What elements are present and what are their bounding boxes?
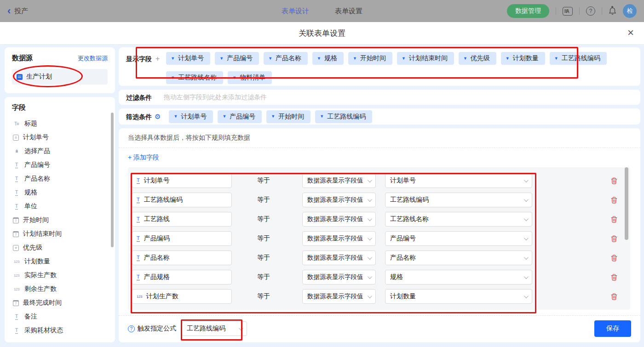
page-title: 关联表单设置 [299,28,345,39]
delete-icon[interactable] [611,255,617,262]
gear-icon[interactable]: ⚙ [155,113,161,120]
delete-icon[interactable] [611,197,617,204]
field-item[interactable]: 标题 [12,117,108,131]
delete-icon[interactable] [611,216,617,223]
text-icon [137,177,140,183]
add-field-link[interactable]: + 添加字段 [128,154,159,162]
delete-icon[interactable] [611,274,617,281]
source-type-select[interactable]: 数据源表显示字段值 [302,270,376,284]
rule-field-input[interactable]: 产品名称 [132,250,232,265]
rule-field-input[interactable]: 计划生产数 [132,289,232,304]
field-item[interactable]: 单位 [12,199,108,213]
field-chip[interactable]: ▼产品编号 [215,52,259,65]
field-item[interactable]: 计划数量 [12,255,108,268]
add-display-field-icon[interactable]: + [155,52,160,66]
notification-bell-icon[interactable] [609,7,616,15]
source-type-select[interactable]: 数据源表显示字段值 [302,250,376,265]
field-item[interactable]: 最终完成时间 [12,296,108,310]
datasource-title: 数据源 [12,54,33,63]
chevron-down-icon [524,197,529,202]
chevron-down-icon [368,294,372,298]
field-chip[interactable]: ▼工艺路线编码 [315,110,372,123]
save-button[interactable]: 保存 [594,320,631,337]
source-type-select[interactable]: 数据源表显示字段值 [302,289,376,304]
field-chip[interactable]: ▼计划数量 [501,52,545,65]
datasource-item[interactable]: 生产计划 [12,69,108,85]
field-chip[interactable]: ▼产品名称 [264,52,308,65]
source-field-select[interactable]: 工艺路线名称 [385,212,532,227]
field-item[interactable]: 开始时间 [12,213,108,227]
chevron-down-icon: ▼ [222,114,226,119]
field-item[interactable]: 计划单号 [12,131,108,144]
rules-scrollbar[interactable] [625,167,628,240]
rule-field-input[interactable]: 产品规格 [132,270,232,284]
field-chip[interactable]: ▼开始时间 [266,110,310,123]
source-type-select[interactable]: 数据源表显示字段值 [302,193,376,207]
field-item[interactable]: 规格 [12,186,108,199]
source-field-select[interactable]: 规格 [385,270,532,284]
rule-row: 工艺路线 等于 数据源表显示字段值 工艺路线名称 [132,210,630,229]
source-type-select[interactable]: 数据源表显示字段值 [302,173,376,188]
chevron-down-icon [524,216,529,221]
back-chevron-icon: ‹ [7,6,11,16]
chevron-down-icon: ▼ [402,57,406,61]
filter-dropzone-placeholder[interactable]: 拖动左侧字段到此处来添加过滤条件 [164,93,267,102]
delete-icon[interactable] [611,235,617,242]
tab-form-settings[interactable]: 表单设置 [335,7,362,16]
field-item[interactable]: 计划结束时间 [12,227,108,241]
field-item[interactable]: 剩余生产数 [12,282,108,296]
field-chip[interactable]: ▼物料清单 [228,71,272,84]
back-button[interactable]: ‹ 投产 [7,6,28,16]
field-chip[interactable]: ▼规格 [312,52,344,65]
glossary-icon[interactable] [563,7,573,16]
field-chip[interactable]: ▼工艺路线编码 [550,52,607,65]
field-chip[interactable]: ▼工艺路线名称 [166,71,223,84]
field-item[interactable]: 选择产品 [12,144,108,158]
chevron-down-icon [368,178,372,182]
operator-label: 等于 [257,273,302,281]
delete-icon[interactable] [611,293,617,300]
field-chip[interactable]: ▼产品编号 [218,110,262,123]
field-item[interactable]: 产品名称 [12,172,108,186]
field-chip[interactable]: ▼开始时间 [348,52,392,65]
field-item[interactable]: 产品编号 [12,158,108,172]
rule-field-input[interactable]: 产品编码 [132,231,232,246]
source-field-select[interactable]: 工艺路线编码 [385,193,532,207]
fields-scrollbar[interactable] [111,113,114,247]
field-item[interactable]: 采购耗材状态 [12,324,108,337]
close-icon[interactable]: × [627,27,634,38]
field-item[interactable]: 优先级 [12,241,108,255]
trigger-formula-label: 触发指定公式 [138,324,176,333]
field-chip[interactable]: ▼计划单号 [166,52,210,65]
field-chip[interactable]: ▼优先级 [459,52,496,65]
data-manage-button[interactable]: 数据管理 [507,4,549,18]
change-datasource-link[interactable]: 更改数据源 [78,54,108,63]
serial-number-icon [13,135,19,141]
field-item[interactable]: 实际生产数 [12,268,108,282]
field-item[interactable]: 备注 [12,310,108,324]
rule-field-input[interactable]: 工艺路线编码 [132,193,232,207]
source-field-select[interactable]: 产品编号 [385,231,532,246]
source-type-select[interactable]: 数据源表显示字段值 [302,231,376,246]
source-type-select[interactable]: 数据源表显示字段值 [302,212,376,227]
field-chip[interactable]: ▼计划结束时间 [397,52,454,65]
tab-form-design[interactable]: 表单设计 [282,7,309,16]
user-avatar[interactable]: 检 [623,4,637,18]
operator-label: 等于 [257,176,302,185]
help-icon[interactable] [128,325,135,332]
field-chip[interactable]: ▼计划单号 [169,110,213,123]
help-icon[interactable] [586,6,595,16]
source-field-select[interactable]: 计划单号 [385,173,532,188]
operator-label: 等于 [257,215,302,223]
text-title-icon [13,121,20,126]
trigger-field-select[interactable]: 工艺路线编码 [182,321,247,336]
rule-field-input[interactable]: 计划单号 [132,173,232,188]
source-field-select[interactable]: 产品名称 [385,250,532,265]
operator-label: 等于 [257,196,302,204]
operator-label: 等于 [257,254,302,262]
source-field-select[interactable]: 计划数量 [385,289,532,304]
rule-field-input[interactable]: 工艺路线 [132,212,232,227]
delete-icon[interactable] [611,177,617,184]
chevron-down-icon [368,197,372,202]
text-icon [13,327,20,333]
